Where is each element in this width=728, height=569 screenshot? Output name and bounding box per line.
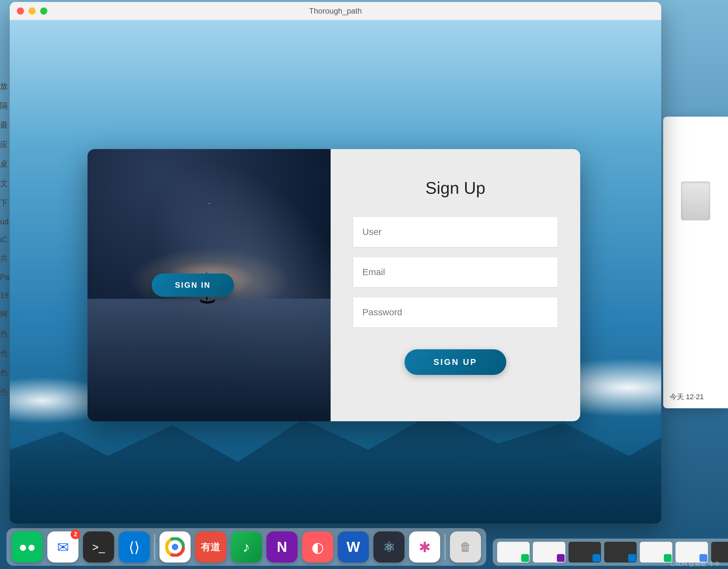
dock-music-icon[interactable]: ♪ — [231, 531, 262, 563]
app-window: Thorough_path SIGN IN — [10, 2, 661, 524]
bg-sidebar-item: 19 — [0, 291, 9, 300]
bg-sidebar-item: 色 — [0, 387, 9, 397]
maximize-button[interactable] — [40, 7, 47, 15]
traffic-lights — [17, 7, 47, 15]
bg-sidebar-item: 色 — [0, 367, 9, 378]
minimized-window-thumb[interactable] — [675, 542, 708, 563]
sign-up-button[interactable]: SIGN UP — [405, 349, 507, 375]
drive-icon — [681, 182, 710, 220]
background-finder-window: 今天 12·21 — [663, 117, 728, 408]
dock-chrome-icon[interactable] — [159, 531, 191, 563]
bg-sidebar-item: iC — [0, 235, 9, 244]
bg-finder-time: 今天 12·21 — [670, 392, 722, 402]
dock: ●● ✉ 2 >_ ⟨⟩ 有道 ♪ N ◐ W ⚛ ✱ 🗑 — [0, 527, 728, 569]
bg-sidebar-item: Pa — [0, 273, 9, 282]
titlebar[interactable]: Thorough_path — [10, 2, 661, 20]
dock-terminal-icon[interactable]: >_ — [83, 531, 114, 563]
dock-vscode-icon[interactable]: ⟨⟩ — [119, 531, 150, 563]
bg-sidebar-item: 最 — [0, 120, 9, 130]
watermark: CSDN @勇敢*牛牛 — [671, 560, 720, 568]
dock-word-icon[interactable]: W — [338, 531, 369, 563]
auth-card: SIGN IN Sign Up SIGN UP — [88, 149, 580, 421]
sign-in-button[interactable]: SIGN IN — [152, 274, 234, 297]
signup-title: Sign Up — [426, 178, 486, 198]
dock-mail-badge: 2 — [71, 529, 80, 539]
bg-sidebar-item: 共 — [0, 254, 9, 264]
dock-onenote-icon[interactable]: N — [266, 531, 298, 563]
minimized-window-thumb[interactable] — [640, 542, 672, 563]
bg-sidebar-item: 下 — [0, 198, 9, 208]
dock-mail-icon[interactable]: ✉ 2 — [47, 531, 78, 563]
card-right-panel: Sign Up SIGN UP — [331, 149, 580, 421]
bg-sidebar-item: 桌 — [0, 159, 9, 169]
background-sidebar: 放 隔 最 应 桌 文 下 ud iC 共 Pa 19 网 色 色 色 色 — [0, 81, 9, 397]
window-title: Thorough_path — [309, 6, 362, 16]
bg-sidebar-item: 文 — [0, 178, 9, 189]
dock-separator — [445, 534, 445, 560]
window-body: SIGN IN Sign Up SIGN UP — [10, 20, 661, 524]
dock-wechat-icon[interactable]: ●● — [12, 531, 43, 563]
dock-separator — [154, 534, 155, 560]
password-field[interactable] — [353, 297, 558, 327]
bg-sidebar-item: 色 — [0, 348, 9, 358]
dock-electron-icon[interactable]: ⚛ — [373, 531, 405, 563]
bg-sidebar-item: 网 — [0, 309, 9, 319]
dock-redapp-icon[interactable]: ◐ — [302, 531, 333, 563]
minimize-button[interactable] — [29, 7, 36, 15]
dock-section-left: ●● ✉ 2 >_ ⟨⟩ 有道 ♪ N ◐ W ⚛ ✱ 🗑 — [6, 528, 486, 566]
bg-sidebar-item: 色 — [0, 328, 9, 339]
bg-sidebar-item: ud — [0, 217, 9, 226]
card-left-panel: SIGN IN — [88, 149, 331, 421]
bg-sidebar-item: 应 — [0, 139, 9, 150]
close-button[interactable] — [17, 7, 24, 15]
email-field[interactable] — [353, 257, 558, 287]
bg-sidebar-item: 放 — [0, 81, 9, 91]
minimized-window-thumb[interactable] — [533, 542, 565, 563]
minimized-window-thumb[interactable] — [569, 542, 601, 563]
water-reflection — [88, 299, 331, 421]
dock-trash-icon[interactable]: 🗑 — [450, 531, 481, 563]
minimized-window-thumb[interactable] — [497, 542, 530, 563]
user-field[interactable] — [353, 217, 558, 247]
bg-sidebar-item: 隔 — [0, 101, 9, 111]
minimized-window-thumb[interactable] — [711, 542, 728, 563]
minimized-window-thumb[interactable] — [604, 542, 637, 563]
dock-youdao-icon[interactable]: 有道 — [195, 531, 226, 563]
dock-pinkapp-icon[interactable]: ✱ — [409, 531, 440, 563]
